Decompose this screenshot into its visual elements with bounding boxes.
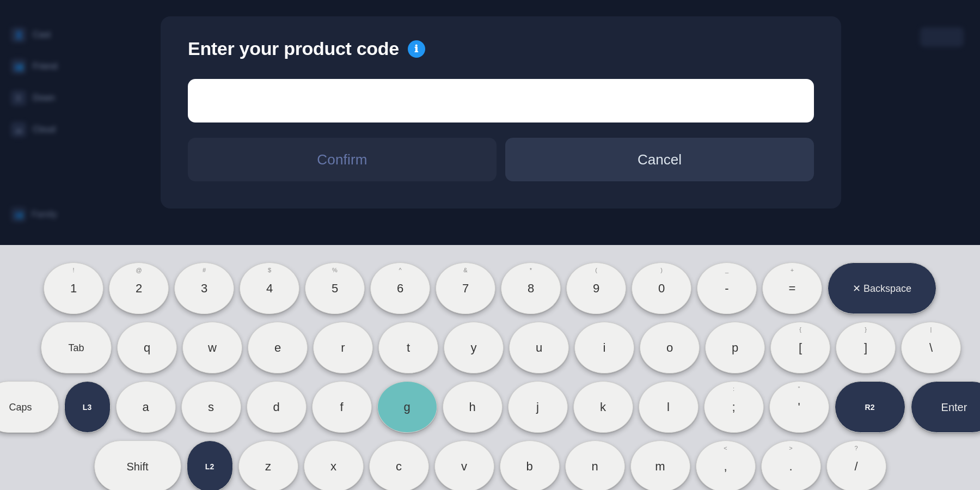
sidebar-item-cloud: ☁ Cloud (11, 122, 76, 137)
key-n[interactable]: n (565, 440, 625, 490)
confirm-button[interactable]: Confirm (188, 138, 497, 181)
sidebar-label-cast: Cast (33, 30, 51, 40)
friend-icon: 👥 (11, 59, 26, 74)
keyboard-row-zxcv: Shift L2 z x c v b n m < , > . ? / (11, 440, 969, 490)
key-minus[interactable]: _ - (697, 262, 757, 314)
key-f[interactable]: f (312, 381, 372, 433)
key-open-bracket[interactable]: { [ (770, 322, 830, 373)
key-x[interactable]: x (304, 440, 364, 490)
key-backspace[interactable]: ✕ Backspace (828, 262, 936, 314)
key-tab[interactable]: Tab (41, 322, 112, 373)
key-g[interactable]: g (377, 381, 437, 433)
key-5[interactable]: % 5 (305, 262, 365, 314)
key-backslash[interactable]: | \ (901, 322, 961, 373)
key-0[interactable]: ) 0 (632, 262, 691, 314)
key-v[interactable]: v (434, 440, 494, 490)
key-c[interactable]: c (369, 440, 429, 490)
key-9[interactable]: ( 9 (566, 262, 626, 314)
sidebar-label-family: Family (32, 210, 57, 219)
key-k[interactable]: k (573, 381, 633, 433)
cancel-button[interactable]: Cancel (505, 138, 814, 181)
key-r[interactable]: r (313, 322, 373, 373)
key-i[interactable]: i (574, 322, 634, 373)
key-7[interactable]: & 7 (436, 262, 495, 314)
key-semicolon[interactable]: : ; (704, 381, 764, 433)
key-6[interactable]: ^ 6 (370, 262, 430, 314)
key-quote[interactable]: " ' (769, 381, 829, 433)
key-z[interactable]: z (238, 440, 298, 490)
sidebar-item-friend: 👥 Friend (11, 59, 76, 74)
cast-icon: 👤 (11, 27, 26, 42)
action-buttons: Confirm Cancel (188, 138, 814, 181)
key-caps-lock[interactable]: Caps (0, 381, 59, 433)
sidebar-label-cloud: Cloud (33, 125, 56, 134)
key-w[interactable]: w (182, 322, 242, 373)
sidebar-label-down: Down (33, 93, 55, 103)
sidebar-item-down: ⬇ Down (11, 90, 76, 106)
key-e[interactable]: e (248, 322, 308, 373)
below-dialog-sidebar: 👥 Family (0, 196, 87, 245)
key-h[interactable]: h (443, 381, 503, 433)
key-1[interactable]: ! 1 (44, 262, 103, 314)
dialog-title: Enter your product code ℹ (188, 38, 814, 59)
key-l[interactable]: l (639, 381, 699, 433)
key-shift-left[interactable]: Shift (94, 440, 181, 490)
key-j[interactable]: j (508, 381, 568, 433)
key-8[interactable]: * 8 (501, 262, 561, 314)
top-section: 👤 Cast 👥 Friend ⬇ Down ☁ Cloud Enter you… (0, 0, 980, 245)
key-s[interactable]: s (181, 381, 241, 433)
key-b[interactable]: b (500, 440, 560, 490)
key-period[interactable]: > . (761, 440, 821, 490)
key-o[interactable]: o (640, 322, 700, 373)
key-l2[interactable]: L2 (187, 440, 233, 490)
key-r2[interactable]: R2 (835, 381, 905, 433)
sidebar-label-friend: Friend (33, 62, 57, 71)
key-a[interactable]: a (116, 381, 176, 433)
key-close-bracket[interactable]: } ] (836, 322, 896, 373)
key-3[interactable]: # 3 (174, 262, 234, 314)
key-m[interactable]: m (630, 440, 690, 490)
down-icon: ⬇ (11, 90, 26, 106)
key-t[interactable]: t (378, 322, 438, 373)
family-icon: 👥 (11, 207, 26, 222)
key-2[interactable]: @ 2 (109, 262, 169, 314)
keyboard-row-qwerty: Tab q w e r t y u i o p { [ } ] | \ (11, 322, 969, 373)
key-comma[interactable]: < , (696, 440, 756, 490)
product-code-input[interactable] (188, 79, 814, 122)
key-d[interactable]: d (247, 381, 307, 433)
right-edge-panel (915, 16, 980, 58)
key-slash[interactable]: ? / (826, 440, 886, 490)
dialog-panel: Enter your product code ℹ Confirm Cancel (161, 16, 841, 209)
key-q[interactable]: q (117, 322, 177, 373)
key-l3[interactable]: L3 (64, 381, 111, 433)
key-p[interactable]: p (705, 322, 765, 373)
info-icon[interactable]: ℹ (408, 40, 425, 58)
edge-button-1 (920, 27, 964, 47)
cloud-icon: ☁ (11, 122, 26, 137)
keyboard-row-asdf: Caps L3 a s d f g h j k l : ; " ' R2 Ent… (11, 381, 969, 433)
keyboard-section: ! 1 @ 2 # 3 $ 4 % 5 ^ 6 & 7 * 8 (0, 245, 980, 490)
key-4[interactable]: $ 4 (240, 262, 299, 314)
sidebar-item-cast: 👤 Cast (11, 27, 76, 42)
key-u[interactable]: u (509, 322, 569, 373)
dialog-title-text: Enter your product code (188, 38, 399, 59)
key-enter[interactable]: Enter (911, 381, 981, 433)
keyboard-row-numbers: ! 1 @ 2 # 3 $ 4 % 5 ^ 6 & 7 * 8 (11, 262, 969, 314)
key-y[interactable]: y (444, 322, 504, 373)
sidebar-item-family: 👥 Family (11, 207, 76, 222)
key-equals[interactable]: + = (762, 262, 822, 314)
